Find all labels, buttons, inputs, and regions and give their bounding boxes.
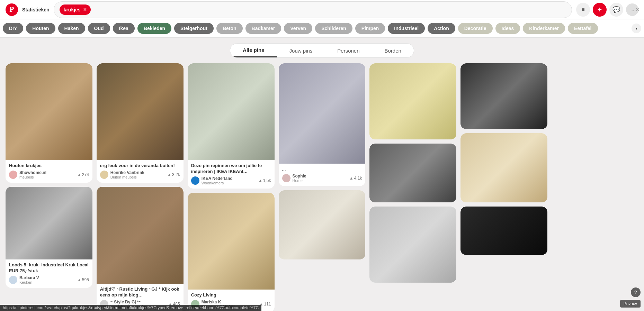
pin-author-names: Henrike VanbrinkBuiten meubels	[110, 170, 144, 179]
category-diy[interactable]: DIY	[3, 23, 23, 34]
filter-bar: Alle pinsJouw pinsPersonenBorden	[0, 38, 644, 63]
pin-meta: Barbara VKeuken▲ 595	[9, 275, 89, 284]
category-pimpen[interactable]: Pimpen	[355, 23, 385, 34]
pin-card[interactable]	[369, 63, 456, 139]
category-schilderen[interactable]: Schilderen	[315, 23, 352, 34]
pin-card[interactable]: Deze pin repinnen we om jullie te inspir…	[188, 63, 275, 189]
pin-author-sub: meubels	[19, 175, 46, 179]
pin-author-name: Mariska K	[202, 300, 239, 304]
help-button[interactable]: ?	[631, 287, 641, 297]
pin-image	[6, 63, 92, 160]
pin-info: ...SophieHome▲ 4,1k	[279, 164, 366, 186]
pin-saves: ▲ 274	[77, 172, 89, 177]
saves-arrow-icon: ▲	[77, 172, 81, 177]
pin-image	[369, 63, 456, 139]
pin-image	[279, 63, 366, 164]
pin-card[interactable]	[279, 190, 366, 259]
pin-title: Loods 5: kruk- industrieel Kruk Local EU…	[9, 262, 89, 274]
pin-author: Showhome.nlmeubels	[9, 170, 46, 179]
category-steigerhout[interactable]: Steigerhout	[174, 23, 214, 34]
category-kinderkamer[interactable]: Kinderkamer	[523, 23, 565, 34]
pin-image	[460, 63, 547, 129]
pin-author-name: Sophie	[293, 174, 306, 179]
pin-card[interactable]	[369, 207, 456, 283]
category-haken[interactable]: Haken	[58, 23, 85, 34]
pin-saves: ▲ 4,1k	[349, 176, 362, 181]
pin-card[interactable]: ...SophieHome▲ 4,1k	[279, 63, 366, 186]
category-ikea[interactable]: Ikea	[113, 23, 135, 34]
filter-tab-alle[interactable]: Alle pins	[230, 44, 277, 57]
pin-author-avatar	[9, 171, 17, 179]
menu-icon-button[interactable]: ≡	[576, 3, 590, 17]
pin-author-names: SophieHome	[293, 174, 306, 183]
filter-tab-jouw[interactable]: Jouw pins	[277, 44, 325, 57]
saves-arrow-icon: ▲	[258, 178, 262, 183]
header-icons: ≡ + 💬 ...	[576, 3, 638, 17]
pin-card[interactable]: Loods 5: kruk- industrieel Kruk Local EU…	[6, 187, 92, 288]
search-tag: krukjes ×	[60, 4, 91, 15]
pin-card[interactable]: erg leuk voor in de veranda buiten!Henri…	[97, 63, 184, 183]
pin-author-name: Showhome.nl	[19, 170, 46, 175]
saves-arrow-icon: ▲	[77, 277, 81, 282]
category-decoratie[interactable]: Decoratie	[458, 23, 493, 34]
pin-title: Altijd♡ ~Rustic Living ~GJ * Kijk ook ee…	[100, 286, 180, 298]
filter-tab-personen[interactable]: Personen	[325, 44, 372, 57]
pin-card[interactable]: Altijd♡ ~Rustic Living ~GJ * Kijk ook ee…	[97, 187, 184, 311]
pin-author: SophieHome	[282, 174, 306, 183]
pin-author-avatar	[100, 171, 108, 179]
statistieken-button[interactable]: Statistieken	[22, 7, 50, 12]
remove-tag-button[interactable]: ×	[83, 7, 87, 13]
category-action[interactable]: Action	[428, 23, 455, 34]
category-eettafel[interactable]: Eettafel	[568, 23, 598, 34]
category-oud[interactable]: Oud	[88, 23, 110, 34]
pin-author-name: IKEA Nederland	[202, 176, 233, 181]
category-bekleden[interactable]: Bekleden	[137, 23, 171, 34]
message-button[interactable]: 💬	[609, 3, 623, 17]
pin-card[interactable]: Houten krukjesShowhome.nlmeubels▲ 274	[6, 63, 92, 183]
pin-card[interactable]	[369, 144, 456, 202]
pin-image	[369, 207, 456, 283]
category-verven[interactable]: Verven	[284, 23, 312, 34]
category-ideas[interactable]: Ideas	[495, 23, 520, 34]
pin-info: erg leuk voor in de veranda buiten!Henri…	[97, 160, 184, 183]
pin-title: erg leuk voor in de veranda buiten!	[100, 163, 180, 169]
pin-meta: Henrike VanbrinkBuiten meubels▲ 3,2k	[100, 170, 180, 179]
category-badkamer[interactable]: Badkamer	[245, 23, 281, 34]
pin-author: Henrike VanbrinkBuiten meubels	[100, 170, 144, 179]
pin-author-name: ~ Style By Gj *~	[110, 300, 149, 304]
pinterest-logo[interactable]: P	[6, 3, 18, 16]
pin-info: Loods 5: kruk- industrieel Kruk Local EU…	[6, 259, 92, 288]
pin-card[interactable]	[460, 133, 547, 202]
saves-arrow-icon: ▲	[349, 176, 354, 181]
pin-card[interactable]	[460, 63, 547, 129]
status-bar: https://nl.pinterest.com/search/pins/?q=…	[0, 305, 261, 311]
search-tag-text: krukjes	[64, 7, 81, 12]
pin-image	[460, 207, 547, 255]
filter-tab-borden[interactable]: Borden	[372, 44, 414, 57]
pin-image	[188, 63, 275, 160]
category-houten[interactable]: Houten	[26, 23, 55, 34]
pin-image	[188, 193, 275, 290]
category-next-button[interactable]: ›	[632, 24, 641, 33]
privacy-button[interactable]: Privacy	[620, 300, 641, 308]
pin-author-sub: Buiten meubels	[110, 175, 144, 179]
category-bar: DIYHoutenHakenOudIkeaBekledenSteigerhout…	[0, 19, 644, 38]
pin-card[interactable]	[460, 207, 547, 255]
pin-saves: ▲ 3,2k	[167, 172, 180, 177]
search-clear-button[interactable]: ✕	[635, 6, 640, 13]
category-scroll: DIYHoutenHakenOudIkeaBekledenSteigerhout…	[3, 19, 632, 37]
category-beton[interactable]: Beton	[216, 23, 243, 34]
pin-saves: ▲ 1,5k	[258, 178, 271, 183]
pin-card[interactable]: Cozy LivingMariska KMijn eigen KARWEI ..…	[188, 193, 275, 311]
pins-grid: Houten krukjesShowhome.nlmeubels▲ 274Loo…	[0, 63, 644, 311]
pin-author-names: IKEA NederlandWoonkamers	[202, 176, 233, 185]
pin-title: Deze pin repinnen we om jullie te inspir…	[191, 163, 271, 175]
category-industrieel[interactable]: Industrieel	[388, 23, 425, 34]
add-button[interactable]: +	[593, 3, 607, 17]
pin-author-avatar	[282, 174, 290, 182]
search-bar: krukjes × ✕	[54, 1, 572, 18]
filter-tabs: Alle pinsJouw pinsPersonenBorden	[230, 43, 414, 58]
pin-author-sub: Woonkamers	[202, 181, 233, 185]
pin-title: Cozy Living	[191, 292, 271, 298]
pin-meta: IKEA NederlandWoonkamers▲ 1,5k	[191, 176, 271, 185]
